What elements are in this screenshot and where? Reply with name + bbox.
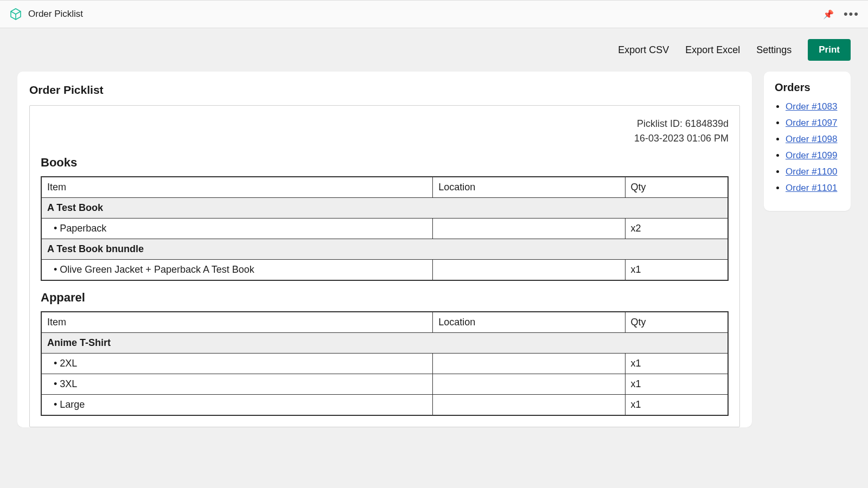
picklist-meta: Picklist ID: 6184839d 16-03-2023 01:06 P… [41,117,729,146]
picklist-id-label: Picklist ID: [637,118,682,129]
table-row: • 2XLx1 [41,354,728,374]
page-title: Order Picklist [17,84,752,105]
location-cell [433,395,625,416]
order-link[interactable]: Order #1100 [786,166,837,177]
more-menu-icon[interactable]: ••• [844,8,859,20]
product-group: A Test Book bnundle [41,239,728,260]
order-link[interactable]: Order #1101 [786,183,837,193]
column-item: Item [41,312,433,333]
qty-cell: x2 [625,219,728,239]
column-location: Location [433,312,625,333]
list-item: Order #1101 [786,183,840,194]
orders-card: Orders Order #1083Order #1097Order #1098… [764,72,851,211]
column-location: Location [433,177,625,198]
table-row: • Paperbackx2 [41,219,728,239]
topbar-left: Order Picklist [9,7,83,21]
location-cell [433,374,625,395]
variant-cell: • 3XL [41,374,433,395]
order-link[interactable]: Order #1097 [786,118,837,128]
topbar-right: 📌 ••• [823,8,859,20]
picklist-table: ItemLocationQtyA Test Book• Paperbackx2A… [41,176,729,281]
product-group: A Test Book [41,198,728,219]
section-title: Books [41,156,729,170]
location-cell [433,354,625,374]
variant-cell: • Paperback [41,219,433,239]
picklist-table: ItemLocationQtyAnime T-Shirt• 2XLx1• 3XL… [41,311,729,416]
variant-cell: • Large [41,395,433,416]
print-button[interactable]: Print [808,39,851,61]
list-item: Order #1097 [786,118,840,129]
export-excel-button[interactable]: Export Excel [685,44,740,56]
picklist-timestamp: 16-03-2023 01:06 PM [41,131,729,146]
orders-heading: Orders [775,81,840,94]
list-item: Order #1083 [786,101,840,112]
picklist-id-value: 6184839d [685,118,729,129]
location-cell [433,219,625,239]
main-card: Order Picklist Picklist ID: 6184839d 16-… [17,72,752,427]
pin-icon[interactable]: 📌 [823,9,834,20]
order-link[interactable]: Order #1099 [786,150,837,160]
column-item: Item [41,177,433,198]
list-item: Order #1100 [786,166,840,177]
order-link[interactable]: Order #1098 [786,134,837,144]
column-qty: Qty [625,177,728,198]
list-item: Order #1099 [786,150,840,161]
qty-cell: x1 [625,395,728,416]
table-row: • Largex1 [41,395,728,416]
app-title: Order Picklist [28,9,83,20]
location-cell [433,260,625,281]
action-bar: Export CSV Export Excel Settings Print [0,28,868,66]
qty-cell: x1 [625,374,728,395]
order-link[interactable]: Order #1083 [786,101,837,112]
app-box-icon [9,7,23,21]
qty-cell: x1 [625,354,728,374]
qty-cell: x1 [625,260,728,281]
export-csv-button[interactable]: Export CSV [618,44,669,56]
variant-cell: • Olive Green Jacket + Paperback A Test … [41,260,433,281]
picklist-container: Picklist ID: 6184839d 16-03-2023 01:06 P… [29,105,740,427]
settings-button[interactable]: Settings [756,44,792,56]
table-row: • 3XLx1 [41,374,728,395]
section-title: Apparel [41,291,729,305]
variant-cell: • 2XL [41,354,433,374]
table-row: • Olive Green Jacket + Paperback A Test … [41,260,728,281]
column-qty: Qty [625,312,728,333]
top-bar: Order Picklist 📌 ••• [0,0,868,28]
list-item: Order #1098 [786,134,840,145]
product-group: Anime T-Shirt [41,333,728,354]
